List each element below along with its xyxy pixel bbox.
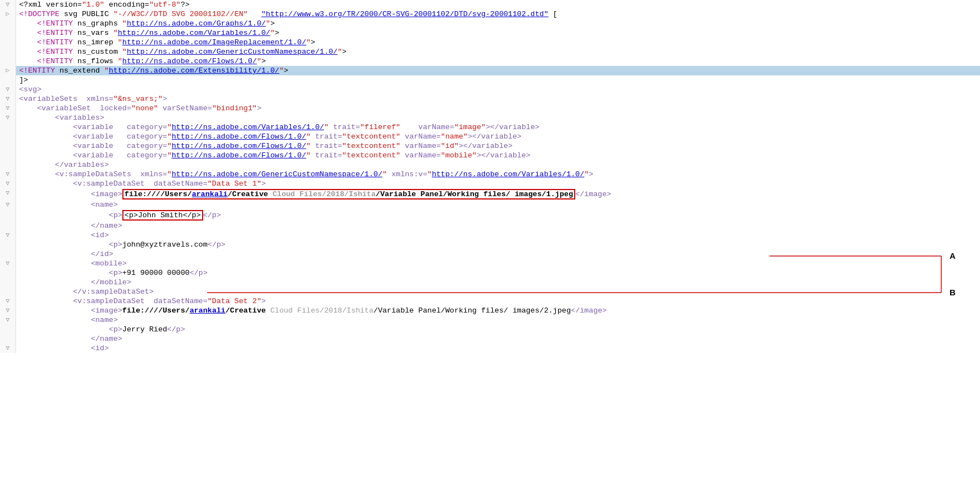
code-table: ▽ <?xml version="1.0" encoding="utf-8"?>…	[0, 0, 980, 353]
line-content: <v:sampleDataSet dataSetName="Data Set 2…	[16, 296, 980, 306]
table-row: <variable category="http://ns.adobe.com/…	[0, 151, 980, 160]
line-number	[0, 160, 16, 170]
line-content: <name>	[16, 200, 980, 209]
table-row: ▽ <v:sampleDataSet dataSetName="Data Set…	[0, 296, 980, 306]
table-row: ▽ <svg>	[0, 85, 980, 94]
line-number: ▽	[0, 200, 16, 209]
line-content: <v:sampleDataSet dataSetName="Data Set 1…	[16, 179, 980, 188]
table-row: ▽ <id>	[0, 344, 980, 353]
line-content: <?xml version="1.0" encoding="utf-8"?>	[16, 0, 980, 9]
line-content: <!DOCTYPE svg PUBLIC "-//W3C//DTD SVG 20…	[16, 9, 980, 19]
line-number	[0, 221, 16, 231]
line-number: ▽	[0, 296, 16, 306]
table-row: <p>Jerry Ried</p>	[0, 325, 980, 334]
line-number: ▽	[0, 188, 16, 200]
line-content: </id>	[16, 249, 980, 259]
entity-keyword: <!ENTITY	[37, 38, 73, 47]
line-number: ▽	[0, 315, 16, 325]
line-content: <p><p>John Smith</p></p>	[16, 209, 980, 221]
line-number: ▽	[0, 231, 16, 240]
jerry-ried-text: Jerry Ried	[122, 325, 167, 334]
table-row: </name>	[0, 221, 980, 231]
line-number	[0, 209, 16, 221]
editor-container: ▽ <?xml version="1.0" encoding="utf-8"?>…	[0, 0, 980, 486]
line-content: <!ENTITY ns_vars "http://ns.adobe.com/Va…	[16, 28, 980, 38]
line-number: ▽	[0, 344, 16, 353]
table-row: <!ENTITY ns_flows "http://ns.adobe.com/F…	[0, 57, 980, 66]
table-row: ▽ <image>file:////Users/arankali/Creativ…	[0, 188, 980, 200]
line-content: <variable category="http://ns.adobe.com/…	[16, 132, 980, 141]
xml-decl: <?xml version="1.0" encoding="utf-8"?>	[19, 1, 190, 9]
line-content: <id>	[16, 231, 980, 240]
line-number	[0, 19, 16, 28]
line-number	[0, 38, 16, 47]
line-content: <variables>	[16, 113, 980, 122]
line-number	[0, 75, 16, 85]
line-content: </variables>	[16, 160, 980, 170]
line-content: </v:sampleDataSet>	[16, 287, 980, 296]
line-content: </name>	[16, 334, 980, 344]
line-content: <variable category="http://ns.adobe.com/…	[16, 141, 980, 151]
line-content: </mobile>	[16, 278, 980, 287]
line-number	[0, 141, 16, 151]
table-row: <variable category="http://ns.adobe.com/…	[0, 141, 980, 151]
line-number	[0, 28, 16, 38]
table-row: ▽ <image>file:////Users/arankali/Creativ…	[0, 306, 980, 315]
line-content: <p>john@xyztravels.com</p>	[16, 240, 980, 249]
table-row: ▽ <name>	[0, 200, 980, 209]
line-number	[0, 47, 16, 57]
line-content: <image>file:////Users/arankali/Creative …	[16, 188, 980, 200]
table-row: <p>+91 90000 00000</p>	[0, 268, 980, 278]
table-row: ▽ <variableSet locked="none" varSetName=…	[0, 104, 980, 113]
line-number	[0, 334, 16, 344]
table-row: <variable category="http://ns.adobe.com/…	[0, 132, 980, 141]
line-content: <p>+91 90000 00000</p>	[16, 268, 980, 278]
table-row: ▽ <name>	[0, 315, 980, 325]
entity-keyword: <!ENTITY	[37, 19, 73, 28]
entity-keyword: <!ENTITY	[19, 66, 55, 75]
table-row: ▷ <!ENTITY ns_extend "http://ns.adobe.co…	[0, 66, 980, 75]
line-number	[0, 57, 16, 66]
line-number	[0, 268, 16, 278]
line-content: <p>Jerry Ried</p>	[16, 325, 980, 334]
line-content: <v:sampleDataSets xmlns="http://ns.adobe…	[16, 170, 980, 179]
line-number: ▽	[0, 170, 16, 179]
line-number: ▽	[0, 0, 16, 9]
line-content: <variable category="http://ns.adobe.com/…	[16, 122, 980, 132]
table-row: </name>	[0, 334, 980, 344]
table-row: ▽ <v:sampleDataSets xmlns="http://ns.ado…	[0, 170, 980, 179]
line-content: <!ENTITY ns_imrep "http://ns.adobe.com/I…	[16, 38, 980, 47]
table-row: ▽ <variables>	[0, 113, 980, 122]
table-row: </variables>	[0, 160, 980, 170]
table-row: <!ENTITY ns_vars "http://ns.adobe.com/Va…	[0, 28, 980, 38]
entity-keyword: <!ENTITY	[37, 57, 73, 65]
line-content: <!ENTITY ns_graphs "http://ns.adobe.com/…	[16, 19, 980, 28]
line-content: <variable category="http://ns.adobe.com/…	[16, 151, 980, 160]
line-content: <!ENTITY ns_flows "http://ns.adobe.com/F…	[16, 57, 980, 66]
table-row: </mobile>	[0, 278, 980, 287]
line-number: ▽	[0, 113, 16, 122]
line-number	[0, 151, 16, 160]
line-number: ▽	[0, 94, 16, 104]
table-row: ▽ <variableSets xmlns="&ns_vars;">	[0, 94, 980, 104]
entity-keyword: <!ENTITY	[37, 29, 73, 37]
table-row: <p><p>John Smith</p></p>	[0, 209, 980, 221]
john-smith-box: <p>John Smith</p>	[122, 210, 203, 221]
line-number	[0, 287, 16, 296]
image-path-box: file:////Users/arankali/Creative Cloud F…	[122, 189, 575, 199]
line-number: ▽	[0, 179, 16, 188]
table-row: ▷ <!DOCTYPE svg PUBLIC "-//W3C//DTD SVG …	[0, 9, 980, 19]
table-row: <variable category="http://ns.adobe.com/…	[0, 122, 980, 132]
table-row: ▽ <?xml version="1.0" encoding="utf-8"?>	[0, 0, 980, 9]
line-number	[0, 278, 16, 287]
line-number: ▽	[0, 259, 16, 268]
table-row: </v:sampleDataSet>	[0, 287, 980, 296]
line-content: <name>	[16, 315, 980, 325]
john-smith-text: <p>John Smith</p>	[125, 211, 201, 219]
scroll-area[interactable]: ▽ <?xml version="1.0" encoding="utf-8"?>…	[0, 0, 980, 486]
line-number	[0, 249, 16, 259]
table-row: <!ENTITY ns_imrep "http://ns.adobe.com/I…	[0, 38, 980, 47]
table-row: ]>	[0, 75, 980, 85]
table-row: <!ENTITY ns_graphs "http://ns.adobe.com/…	[0, 19, 980, 28]
line-number	[0, 132, 16, 141]
